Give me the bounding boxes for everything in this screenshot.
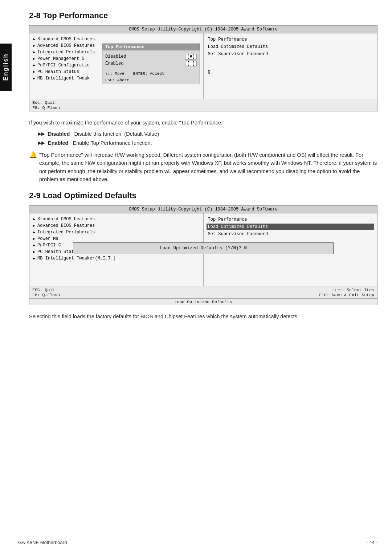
arrow-icon: ▶ [33,57,35,61]
bios-body-1: ▶ Standard CMOS Features ▶ Advanced BIOS… [29,33,377,99]
bios-popup-top-performance: Top Performance Disabled [■] Enabled [ ]… [102,44,200,84]
bios-item-label: MB Intelligent Tweaker(M.I.T.) [37,256,116,261]
bios-item-label: Advanced BIOS Features [37,223,95,228]
bios-item-label: Advanced BIOS Features [37,43,95,48]
body-text-2: Selecting this field loads the factory d… [29,312,377,320]
bios-footer-f8: F8: Q-Flash [32,105,60,110]
bios-screenshot-1: CMOS Setup Utility-Copyright (C) 1984-20… [29,25,377,111]
bios-right-2-supervisor: Set Supervisor Password [207,231,375,237]
bios-item-s2-advanced: ▶ Advanced BIOS Features [32,223,200,229]
bios-item-label: PnP/PCI Configuratio [37,63,90,68]
bios-item-standard: ▶ Standard CMOS Features [32,36,200,42]
arrow-icon: ▶ [33,243,35,248]
section-2-9-number: 2-9 [29,191,41,200]
bios-item-label: Power Management S [37,56,85,61]
arrow-icon: ▶ [33,237,35,241]
bios-footer-2-f8: F8: Q-Flash [32,293,60,297]
page-footer: GA-K8NE Motherboard - 44 - [18,538,377,545]
bios-right-load-optimized: Load Optimized Defaults [207,44,375,50]
bios-footer-esc: Esc: Quit [32,100,60,105]
bullet-arrow-icon: ▶▶ [38,130,45,138]
bios-footer-2: ESC: Quit F8: Q-Flash ↑↓→←: Select Item … [29,286,377,298]
bios-item-s2-integrated: ▶ Integrated Peripherals [32,229,200,235]
bios-right-2-load: Load Optimized Defaults [207,224,375,230]
section-2-8-heading: 2-8 Top Performance [29,11,377,20]
arrow-icon: ▶ [33,256,35,261]
section-2-8: 2-8 Top Performance CMOS Setup Utility-C… [29,11,377,184]
arrow-icon: ▶ [33,63,35,68]
bios-item-label: Integrated Peripherals [37,230,95,235]
main-content: 2-8 Top Performance CMOS Setup Utility-C… [18,0,392,335]
bios-statusbar-2: Load Optimized Defaults [29,298,377,305]
sidebar-english-tab: English [0,44,12,91]
popup-val-disabled: [■] [185,54,197,60]
bios-popup-body: Disabled [■] Enabled [ ] [102,50,200,70]
bullet-disabled-text: Disabled Disable this function. (Default… [48,130,159,138]
note-block-1: 🔔 "Top Performance" will increase H/W wo… [29,151,377,184]
arrow-icon: ▶ [33,70,35,74]
bios-footer-2-left: ESC: Quit F8: Q-Flash [32,287,60,297]
bios-body-2: ▶ Standard CMOS Features ▶ Advanced BIOS… [29,213,377,286]
section-2-9-heading: 2-9 Load Optimized Defaults [29,191,377,200]
bios-right-supervisor: Set Supervisor Password [207,51,375,57]
popup-key-disabled: Disabled [105,54,185,59]
bios-screenshot-2: CMOS Setup Utility-Copyright (C) 1984-20… [29,205,377,305]
bios-footer-2-right: ↑↓→←: Select Item F10: Save & Exit Setup [319,287,374,297]
arrow-icon: ▶ [33,224,35,228]
bullet-enabled: ▶▶ Enabled Enable Top Performance functi… [38,139,377,147]
popup-val-enabled: [ ] [185,61,197,66]
bios-footer-1: Esc: Quit F8: Q-Flash [29,99,377,111]
bios-item-label: Standard CMOS Features [37,37,95,42]
note-text-1: "Top Performance" will increase H/W work… [39,151,377,184]
note-icon: 🔔 [29,151,37,159]
bios-header-1: CMOS Setup Utility-Copyright (C) 1984-20… [29,26,377,33]
arrow-icon: ▶ [33,37,35,41]
bios-item-label: Power Ma [37,236,58,241]
arrow-icon: ▶ [33,250,35,254]
bios-item-label: PC Health Status [37,69,79,74]
sidebar-label: English [2,53,9,81]
bios-footer-left: Esc: Quit F8: Q-Flash [32,100,60,110]
bios-item-s2-mb: ▶ MB Intelligent Tweaker(M.I.T.) [32,255,200,261]
popup-enter: ENTER: Accept [133,71,164,76]
section-2-9-title: Load Optimized Defaults [43,191,136,200]
bios-popup-row-enabled: Enabled [ ] [105,61,197,66]
bios-item-s2-standard: ▶ Standard CMOS Features [32,216,200,222]
bios-right-2-top: Top Performance [207,216,375,223]
bios-item-label: MB Intelligent Tweak [37,76,90,81]
bullet-disabled: ▶▶ Disabled Disable this function. (Defa… [38,130,377,138]
bios-item-label: Standard CMOS Features [37,217,95,222]
section-2-9: 2-9 Load Optimized Defaults CMOS Setup U… [29,191,377,320]
arrow-icon: ▶ [33,230,35,234]
bios-footer-2-esc: ESC: Quit [32,287,60,292]
bios-popup2-body: Load Optimized Defaults (Y/N)? N [73,243,333,254]
bios-header-2: CMOS Setup Utility-Copyright (C) 1984-20… [29,206,377,213]
footer-left: GA-K8NE Motherboard [18,540,67,545]
section-2-8-title: Top Performance [43,11,108,20]
popup-key-enabled: Enabled [105,61,185,66]
bios-item-label: PnP/PCI C [37,243,61,248]
bios-popup-title: Top Performance [102,44,200,50]
arrow-icon: ▶ [33,217,35,221]
popup-move: ↑↓: Move [105,71,124,76]
bios-footer-2-select: ↑↓→←: Select Item [332,287,374,292]
bullet-arrow-icon-2: ▶▶ [38,139,45,147]
bios-footer-2-f10: F10: Save & Exit Setup [319,293,374,297]
arrow-icon: ▶ [33,76,35,81]
bios-popup-row-disabled: Disabled [■] [105,54,197,60]
bios-popup-load-optimized: Load Optimized Defaults (Y/N)? N [73,242,334,254]
arrow-icon: ▶ [33,50,35,54]
popup-esc: ESC: Abort [102,77,200,84]
footer-right: - 44 - [367,540,377,545]
bullet-enabled-text: Enabled Enable Top Performance function. [48,139,152,147]
body-text-1: If you wish to maximize the performance … [29,119,377,127]
bios-right-top-performance: Top Performance [207,36,375,43]
section-2-8-number: 2-8 [29,11,41,20]
bios-right-partial: g [207,68,375,75]
bios-popup-footer: ↑↓: Move ENTER: Accept [102,70,200,77]
popup2-text: Load Optimized Defaults (Y/N)? N [160,246,247,251]
bios-item-label: Integrated Peripherals [37,50,95,55]
bios-item-s2-power: ▶ Power Ma [32,236,200,242]
arrow-icon: ▶ [33,44,35,48]
bios-right-panel-1: Top Performance Load Optimized Defaults … [204,33,377,99]
